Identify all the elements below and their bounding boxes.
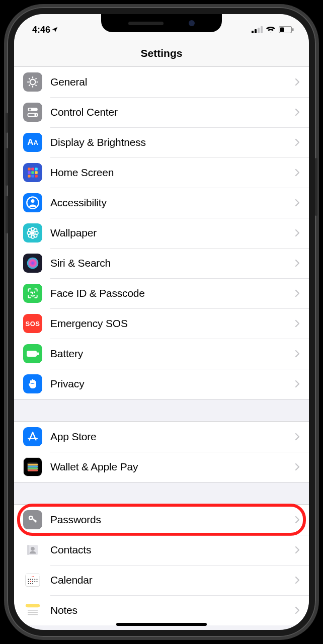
svg-point-40 (27, 258, 39, 269)
svg-rect-52 (28, 467, 38, 469)
chevron-right-icon (295, 606, 300, 614)
row-label: Control Center (50, 106, 295, 118)
svg-point-42 (34, 292, 35, 292)
settings-row-notes[interactable]: Notes (14, 595, 309, 625)
row-label: Face ID & Passcode (50, 287, 295, 299)
svg-point-31 (31, 231, 35, 235)
settings-row-home-screen[interactable]: Home Screen (14, 157, 309, 188)
page-header: Settings (14, 40, 309, 67)
chevron-right-icon (295, 199, 300, 207)
svg-rect-23 (28, 171, 30, 174)
chevron-right-icon (295, 169, 300, 177)
page-title: Settings (14, 47, 309, 59)
notes-icon (23, 601, 42, 620)
svg-point-73 (37, 581, 38, 582)
chevron-right-icon (295, 546, 300, 554)
row-label: Notes (50, 604, 295, 616)
settings-row-display-brightness[interactable]: AADisplay & Brightness (14, 127, 309, 157)
chevron-right-icon (295, 289, 300, 297)
chevron-right-icon (295, 350, 300, 358)
SOS-icon: SOS (23, 314, 42, 333)
settings-row-control-center[interactable]: Control Center (14, 97, 309, 127)
contacts-icon (23, 540, 42, 559)
key-icon (23, 510, 42, 529)
svg-point-30 (31, 199, 35, 203)
row-label: Calendar (50, 574, 295, 586)
notch (101, 14, 222, 32)
home-indicator[interactable] (116, 623, 207, 626)
row-label: Accessibility (50, 197, 295, 209)
svg-rect-25 (35, 171, 37, 174)
svg-rect-5 (280, 28, 284, 32)
svg-point-7 (30, 79, 36, 85)
toggles-icon (23, 103, 42, 122)
chevron-right-icon (295, 380, 300, 388)
cell-signal-icon (252, 26, 263, 33)
gear-icon (23, 72, 42, 92)
chevron-right-icon (295, 576, 300, 584)
svg-rect-20 (28, 168, 30, 170)
chevron-right-icon (295, 259, 300, 267)
svg-rect-24 (31, 171, 34, 174)
settings-row-app-store[interactable]: App Store (14, 422, 309, 452)
row-label: Privacy (50, 378, 295, 390)
row-label: Home Screen (50, 167, 295, 179)
svg-rect-51 (28, 466, 38, 468)
settings-row-faceid-passcode[interactable]: Face ID & Passcode (14, 278, 309, 308)
row-label: Passwords (50, 514, 295, 526)
chevron-right-icon (295, 516, 300, 524)
svg-point-41 (31, 292, 31, 292)
settings-row-wallpaper[interactable]: Wallpaper (14, 218, 309, 248)
svg-line-12 (29, 78, 30, 79)
svg-rect-22 (35, 168, 37, 170)
row-label: App Store (50, 431, 295, 443)
svg-rect-44 (37, 352, 39, 355)
svg-point-66 (32, 579, 33, 580)
row-label: Contacts (50, 544, 295, 556)
svg-point-55 (30, 517, 32, 519)
flower-icon (23, 223, 42, 243)
settings-row-passwords[interactable]: Passwords (14, 505, 309, 535)
wifi-icon (266, 26, 276, 33)
svg-rect-1 (255, 29, 257, 33)
svg-point-76 (32, 583, 33, 584)
settings-row-contacts[interactable]: Contacts (14, 535, 309, 565)
chevron-right-icon (295, 319, 300, 328)
settings-list[interactable]: GeneralControl CenterAADisplay & Brightn… (14, 67, 309, 625)
row-label: Wallpaper (50, 227, 295, 239)
battery-icon (279, 26, 294, 33)
siri-icon (23, 254, 42, 273)
screen: 4:46 (14, 14, 309, 630)
settings-row-general[interactable]: General (14, 67, 309, 97)
wallet-icon (23, 457, 42, 476)
calendar-icon: ••• (23, 571, 42, 590)
row-label: Display & Brightness (50, 136, 295, 148)
settings-row-siri-search[interactable]: Siri & Search (14, 248, 309, 278)
location-arrow-icon (51, 26, 58, 33)
svg-point-69 (28, 581, 29, 582)
appstore-icon (23, 427, 42, 446)
status-time: 4:46 (32, 25, 58, 35)
settings-row-emergency-sos[interactable]: SOSEmergency SOS (14, 308, 309, 339)
svg-line-14 (29, 85, 30, 86)
phone-frame: 4:46 (7, 7, 316, 637)
svg-rect-27 (31, 175, 34, 177)
svg-rect-53 (28, 469, 38, 471)
svg-rect-21 (31, 168, 34, 170)
svg-rect-60 (27, 545, 29, 555)
settings-row-accessibility[interactable]: Accessibility (14, 188, 309, 218)
svg-rect-6 (292, 28, 294, 31)
row-label: Siri & Search (50, 257, 295, 269)
settings-row-wallet-apple-pay[interactable]: Wallet & Apple Pay (14, 452, 309, 482)
hand-icon (23, 374, 42, 393)
svg-rect-43 (27, 351, 37, 357)
settings-row-battery[interactable]: Battery (14, 339, 309, 369)
person-circle-icon (23, 193, 42, 212)
AA-icon: AA (23, 133, 42, 152)
svg-rect-3 (261, 26, 263, 33)
settings-row-calendar[interactable]: •••Calendar (14, 565, 309, 595)
svg-point-68 (37, 579, 38, 580)
svg-rect-0 (252, 31, 254, 33)
svg-rect-78 (26, 604, 40, 607)
settings-row-privacy[interactable]: Privacy (14, 369, 309, 399)
